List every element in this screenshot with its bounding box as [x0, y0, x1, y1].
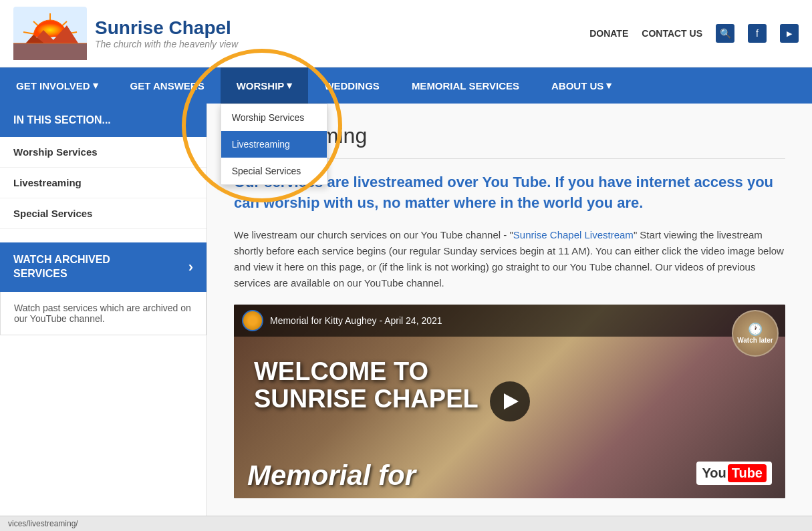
- nav-memorial-services-label: MEMORIAL SERVICES: [412, 80, 519, 92]
- site-logo[interactable]: [13, 7, 87, 60]
- logo-area: Sunrise Chapel The church with the heave…: [13, 7, 238, 60]
- sidebar-watch-arrow: ›: [188, 258, 193, 276]
- video-title-bar: Memorial for Kitty Aughey - April 24, 20…: [234, 305, 785, 337]
- youtube-logo-tube: Tube: [728, 464, 767, 482]
- sidebar-link-livestreaming[interactable]: Livestreaming: [0, 168, 207, 198]
- nav-about-us[interactable]: ABOUT US ▾: [535, 67, 628, 104]
- facebook-icon[interactable]: f: [748, 24, 767, 43]
- body-text-prefix: We livestream our church services on our…: [234, 229, 513, 240]
- donate-link[interactable]: DONATE: [589, 28, 628, 39]
- sidebar-watch-archived[interactable]: WATCH ARCHIVEDSERVICES ›: [0, 242, 207, 292]
- nav-worship-label: WORSHIP: [237, 80, 285, 92]
- dropdown-livestreaming[interactable]: Livestreaming: [221, 131, 327, 158]
- youtube-logo-you: You: [702, 466, 726, 481]
- nav-about-us-label: ABOUT US: [551, 80, 603, 92]
- nav-about-us-arrow: ▾: [606, 79, 612, 92]
- nav-get-involved-label: GET INVOLVED: [16, 80, 90, 92]
- contact-link[interactable]: CONTACT US: [642, 28, 702, 39]
- dropdown-special-services[interactable]: Special Services: [221, 158, 327, 184]
- youtube-logo: You Tube: [696, 462, 772, 485]
- nav-get-answers[interactable]: GET ANSWERS: [114, 68, 221, 104]
- header-right: DONATE CONTACT US 🔍 f ▶: [589, 24, 799, 43]
- body-text: We livestream our church services on our…: [234, 227, 785, 291]
- channel-link[interactable]: Sunrise Chapel Livestream: [513, 229, 634, 240]
- nav-worship-wrapper: WORSHIP ▾ Worship Services Livestreaming…: [221, 67, 309, 104]
- watch-later-clock: 🕐: [748, 322, 763, 337]
- watch-later-label: Watch later: [737, 337, 773, 344]
- video-overlay-text: Memorial for: [247, 460, 416, 492]
- status-bar: vices/livestreaming/: [0, 516, 812, 518]
- site-tagline: The church with the heavenly view: [95, 39, 238, 49]
- video-embed[interactable]: Memorial for Kitty Aughey - April 24, 20…: [234, 305, 785, 498]
- site-header: Sunrise Chapel The church with the heave…: [0, 0, 812, 67]
- dropdown-worship-services[interactable]: Worship Services: [221, 104, 327, 131]
- worship-dropdown-menu: Worship Services Livestreaming Special S…: [221, 104, 327, 185]
- search-icon[interactable]: 🔍: [716, 24, 734, 43]
- watch-later-badge[interactable]: 🕐 Watch later: [732, 310, 779, 357]
- nav-worship-arrow: ▾: [287, 79, 292, 92]
- video-title-text: Memorial for Kitty Aughey - April 24, 20…: [270, 315, 442, 326]
- nav-get-involved[interactable]: GET INVOLVED ▾: [0, 67, 114, 104]
- channel-icon-inner: [243, 311, 262, 330]
- nav-memorial-services[interactable]: MEMORIAL SERVICES: [396, 68, 535, 104]
- nav-weddings[interactable]: WEDDINGS: [308, 68, 396, 104]
- sidebar-watch-description: Watch past services which are archived o…: [0, 292, 207, 335]
- video-background: Memorial for Kitty Aughey - April 24, 20…: [234, 305, 785, 498]
- nav-weddings-label: WEDDINGS: [324, 80, 380, 92]
- sidebar: IN THIS SECTION... Worship Services Live…: [0, 104, 207, 518]
- sidebar-section-title: IN THIS SECTION...: [0, 104, 207, 137]
- video-play-button[interactable]: [490, 381, 530, 421]
- nav-get-answers-label: GET ANSWERS: [130, 80, 205, 92]
- page-content: IN THIS SECTION... Worship Services Live…: [0, 104, 812, 518]
- site-title-area: Sunrise Chapel The church with the heave…: [95, 17, 238, 49]
- nav-get-involved-arrow: ▾: [93, 79, 98, 92]
- video-welcome-text: Welcome toSunrise Chapel: [254, 358, 479, 414]
- sidebar-link-worship-services[interactable]: Worship Services: [0, 137, 207, 168]
- youtube-icon[interactable]: ▶: [780, 24, 799, 43]
- sidebar-watch-title: WATCH ARCHIVEDSERVICES: [13, 253, 110, 281]
- sidebar-link-special-services[interactable]: Special Services: [0, 198, 207, 229]
- svg-rect-9: [13, 43, 87, 60]
- site-title: Sunrise Chapel: [95, 17, 238, 39]
- nav-worship[interactable]: WORSHIP ▾: [221, 67, 309, 104]
- channel-icon: [242, 310, 263, 331]
- main-navbar: GET INVOLVED ▾ GET ANSWERS WORSHIP ▾ Wor…: [0, 67, 812, 104]
